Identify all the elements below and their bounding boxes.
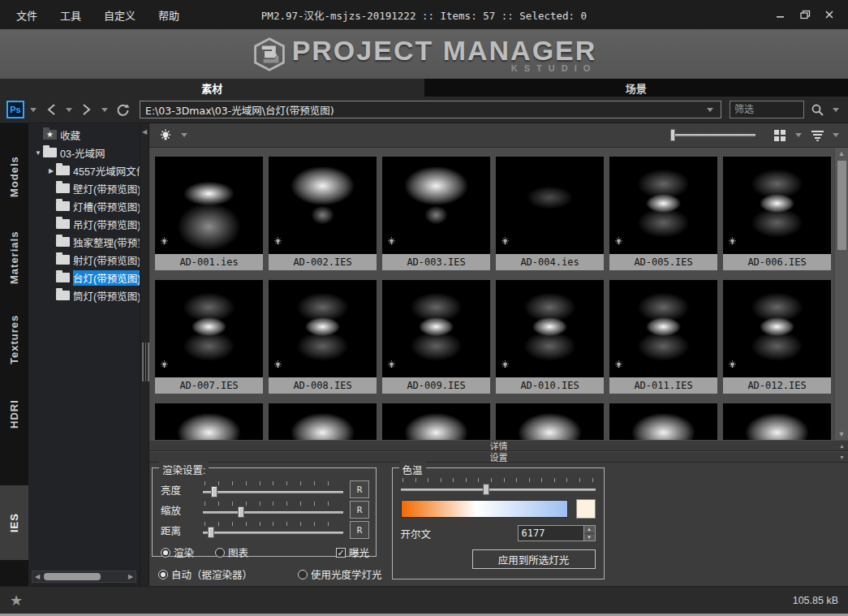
search-icon[interactable]: [807, 100, 827, 119]
refresh-button[interactable]: [114, 100, 131, 119]
asset-tile[interactable]: AD-009.IES: [382, 280, 490, 394]
tree-item[interactable]: 筒灯(带预览图): [28, 286, 140, 304]
slider-thumb[interactable]: [670, 129, 675, 141]
apply-to-lights-button[interactable]: 应用到所选灯光: [472, 549, 596, 569]
temperature-gradient-bar[interactable]: [401, 500, 568, 518]
asset-tile[interactable]: AD-006.IES: [723, 157, 831, 270]
slider-thumb[interactable]: [208, 527, 214, 538]
menu-item-3[interactable]: 帮助: [149, 4, 189, 26]
asset-tile[interactable]: AD-004.ies: [496, 157, 604, 270]
rollup-down-icon[interactable]: ▼: [839, 454, 845, 460]
bulb-dropdown-icon[interactable]: [181, 133, 187, 137]
menu-item-2[interactable]: 自定义: [94, 4, 145, 26]
path-dropdown-icon[interactable]: [707, 108, 713, 112]
asset-tile[interactable]: AD-008.IES: [269, 280, 377, 394]
settings-rollup[interactable]: 设置: [149, 451, 848, 463]
tree-content-splitter[interactable]: ◀: [140, 123, 149, 586]
photoshop-dropdown-icon[interactable]: [30, 108, 37, 112]
asset-tile[interactable]: AD-001.ies: [155, 157, 263, 270]
minimize-button[interactable]: [770, 6, 791, 24]
details-rollup[interactable]: 详情: [149, 440, 848, 451]
tree-item[interactable]: ▼03-光域网: [28, 144, 140, 162]
path-combobox[interactable]: E:\03-3Dmax\03-光域网\台灯(带预览图): [140, 101, 721, 118]
scroll-up-icon[interactable]: ▲: [838, 148, 846, 159]
tab-assets[interactable]: 素材: [0, 79, 424, 97]
filter-input[interactable]: [730, 101, 804, 118]
auto-renderer-radio[interactable]: [158, 570, 168, 579]
tree-item[interactable]: ▶4557光域网文件: [28, 162, 140, 179]
photoshop-icon[interactable]: Ps: [6, 101, 24, 118]
tree-item[interactable]: 台灯(带预览图): [28, 269, 140, 286]
asset-tile[interactable]: AD-011.IES: [609, 280, 717, 394]
slider-0[interactable]: [203, 481, 343, 498]
menu-item-0[interactable]: 文件: [6, 4, 47, 26]
render-radio[interactable]: [161, 548, 170, 558]
favorite-star-icon[interactable]: ★: [10, 592, 23, 610]
thumbnail-size-slider[interactable]: [670, 134, 755, 136]
photometric-radio[interactable]: [298, 570, 308, 579]
asset-tile[interactable]: [269, 403, 377, 440]
asset-tile[interactable]: [609, 403, 717, 440]
asset-tile[interactable]: [155, 403, 263, 440]
reset-button[interactable]: R: [350, 501, 369, 519]
sidebar-tab-models[interactable]: Models: [0, 140, 28, 214]
tree-horizontal-scrollbar[interactable]: ◀ ▶: [32, 571, 136, 583]
light-bulb-icon[interactable]: [156, 126, 175, 145]
exposure-checkbox[interactable]: ✓: [336, 548, 346, 558]
back-dropdown-icon[interactable]: [66, 108, 72, 112]
kelvin-spinner[interactable]: 6177 ▲ ▼: [518, 525, 596, 541]
splitter-grip[interactable]: [142, 342, 149, 381]
scroll-right-icon[interactable]: ▶: [126, 573, 136, 580]
sidebar-tab-ies[interactable]: IES: [0, 485, 28, 560]
sidebar-tab-textures[interactable]: Textures: [0, 300, 28, 378]
restore-button[interactable]: [794, 6, 816, 24]
tree-item[interactable]: 独家整理(带预览图): [28, 233, 140, 251]
asset-tile[interactable]: AD-012.IES: [723, 280, 831, 394]
back-button[interactable]: [42, 100, 60, 119]
asset-tile[interactable]: AD-002.IES: [269, 157, 377, 270]
chart-radio[interactable]: [215, 548, 225, 558]
sidebar-tab-hdri[interactable]: HDRI: [0, 378, 28, 450]
sort-dropdown-icon[interactable]: [833, 133, 839, 137]
scrollbar-thumb[interactable]: [44, 573, 101, 580]
scroll-left-icon[interactable]: ◀: [32, 573, 42, 580]
asset-tile[interactable]: [382, 403, 490, 440]
asset-tile[interactable]: AD-005.IES: [609, 157, 717, 270]
spin-up-icon[interactable]: ▲: [584, 526, 595, 534]
sidebar-tab-materials[interactable]: Materials: [0, 214, 28, 300]
close-button[interactable]: [819, 6, 840, 24]
grid-view-icon[interactable]: [770, 126, 790, 145]
collapse-panel-icon[interactable]: ◀: [142, 128, 147, 136]
asset-tile[interactable]: AD-007.IES: [155, 280, 263, 394]
slider-2[interactable]: [203, 522, 343, 538]
slider-thumb[interactable]: [483, 484, 489, 495]
rollup-up-icon[interactable]: ▲: [839, 443, 845, 449]
slider-thumb[interactable]: [238, 506, 244, 518]
forward-dropdown-icon[interactable]: [101, 108, 108, 112]
sort-list-icon[interactable]: [807, 126, 827, 145]
asset-tile[interactable]: AD-003.IES: [382, 157, 490, 270]
scroll-down-icon[interactable]: ▼: [838, 429, 846, 440]
grid-view-dropdown-icon[interactable]: [795, 133, 802, 137]
asset-tile[interactable]: [723, 403, 831, 440]
reset-button[interactable]: R: [350, 521, 369, 539]
asset-tile[interactable]: AD-010.IES: [496, 280, 604, 394]
slider-thumb[interactable]: [211, 486, 217, 498]
tree-expand-icon[interactable]: ▶: [46, 167, 56, 174]
color-temperature-slider[interactable]: [401, 478, 596, 496]
slider-1[interactable]: [203, 502, 343, 518]
scrollbar-thumb[interactable]: [837, 161, 846, 250]
tree-item[interactable]: 吊灯(带预览图): [28, 215, 140, 233]
grid-vertical-scrollbar[interactable]: ▲ ▼: [834, 148, 848, 440]
forward-button[interactable]: [78, 100, 96, 119]
spin-down-icon[interactable]: ▼: [584, 534, 595, 541]
reset-button[interactable]: R: [350, 480, 369, 498]
kelvin-value[interactable]: 6177: [519, 526, 583, 541]
search-dropdown-icon[interactable]: [833, 108, 839, 112]
tree-item[interactable]: ★收藏: [28, 126, 140, 144]
asset-tile[interactable]: [496, 403, 604, 440]
tree-expand-icon[interactable]: ▼: [33, 149, 43, 157]
tree-item[interactable]: 灯槽(带预览图): [28, 197, 140, 215]
tree-item[interactable]: 射灯(带预览图): [28, 251, 140, 269]
tree-item[interactable]: 壁灯(带预览图): [28, 179, 140, 197]
